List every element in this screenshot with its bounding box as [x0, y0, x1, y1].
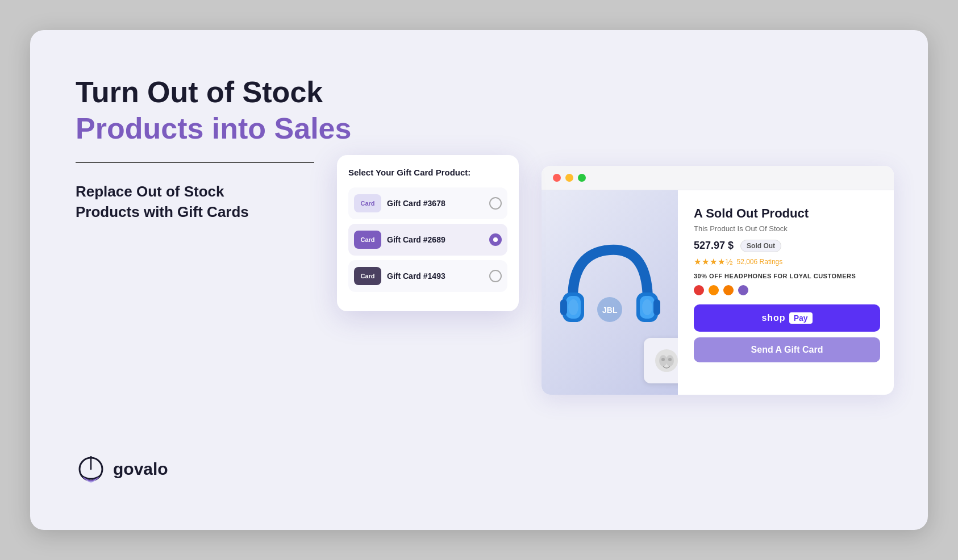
govalo-logo-icon [76, 454, 106, 484]
gift-card-name-1: Gift Card #3678 [387, 199, 484, 208]
product-subtitle: This Product Is Out Of Stock [694, 224, 880, 233]
browser-bar [542, 166, 894, 190]
card-badge-3: Card [354, 267, 381, 285]
svg-point-9 [642, 299, 652, 315]
svg-text:JBL: JBL [602, 306, 618, 315]
shop-pay-logo: shop [761, 313, 785, 323]
headline-black: Turn Out of Stock [76, 76, 371, 110]
browser-dot-yellow [565, 174, 573, 182]
shop-pay-button[interactable]: shop Pay [694, 304, 880, 332]
radio-3[interactable] [489, 270, 502, 282]
gift-option-1[interactable]: Card Gift Card #3678 [348, 187, 507, 219]
divider [76, 162, 314, 163]
promo-text: 30% OFF HEADPHONES FOR LOYAL CUSTOMERS [694, 273, 880, 279]
earbuds-thumbnail [644, 338, 678, 383]
color-dot-purple[interactable] [738, 285, 748, 295]
color-dots [694, 285, 880, 295]
svg-point-15 [661, 358, 665, 361]
svg-point-8 [568, 299, 578, 315]
card-badge-1: Card [354, 194, 381, 212]
browser-dot-green [578, 174, 586, 182]
ratings-count: 52,006 Ratings [737, 258, 783, 266]
headline-area: Turn Out of Stock Products into Sales Re… [76, 76, 371, 222]
price-row: 527.97 $ Sold Out [694, 240, 880, 252]
product-image-area: JBL [542, 190, 678, 395]
logo-text: govalo [113, 459, 168, 479]
gift-card-name-3: Gift Card #1493 [387, 271, 484, 281]
ratings-row: ★★★★½ 52,006 Ratings [694, 257, 880, 267]
product-price: 527.97 $ [694, 240, 734, 252]
color-dot-orange[interactable] [709, 285, 719, 295]
radio-1[interactable] [489, 197, 502, 210]
left-section: Turn Out of Stock Products into Sales Re… [76, 76, 371, 484]
right-section: Select Your Gift Card Product: Card Gift… [371, 64, 894, 496]
radio-2[interactable] [489, 233, 502, 246]
logo-area: govalo [76, 454, 371, 484]
svg-point-16 [668, 358, 672, 361]
earbuds-icon [651, 345, 678, 377]
gift-option-2[interactable]: Card Gift Card #2689 [348, 224, 507, 256]
headline-purple: Products into Sales [76, 112, 371, 146]
headphone-image: JBL [556, 236, 664, 349]
color-dot-red[interactable] [694, 285, 704, 295]
star-rating: ★★★★½ [694, 257, 734, 267]
svg-point-1 [90, 456, 92, 458]
browser-content: JBL [542, 190, 894, 395]
svg-rect-4 [560, 299, 567, 315]
gift-modal-title: Select Your Gift Card Product: [348, 168, 507, 177]
browser-window: JBL [542, 166, 894, 395]
sold-out-badge: Sold Out [740, 240, 781, 252]
product-details: A Sold Out Product This Product Is Out O… [678, 190, 894, 395]
color-dot-amber[interactable] [723, 285, 734, 295]
browser-dot-red [553, 174, 561, 182]
gift-card-modal: Select Your Gift Card Product: Card Gift… [337, 155, 519, 311]
send-gift-card-button[interactable]: Send A Gift Card [694, 337, 880, 362]
main-card: Turn Out of Stock Products into Sales Re… [30, 30, 928, 530]
shop-pay-label: Pay [789, 312, 813, 324]
card-badge-2: Card [354, 231, 381, 249]
gift-card-name-2: Gift Card #2689 [387, 235, 484, 244]
svg-rect-7 [653, 299, 660, 315]
gift-option-3[interactable]: Card Gift Card #1493 [348, 260, 507, 292]
product-title: A Sold Out Product [694, 206, 880, 221]
subtext: Replace Out of Stock Products with Gift … [76, 181, 371, 223]
